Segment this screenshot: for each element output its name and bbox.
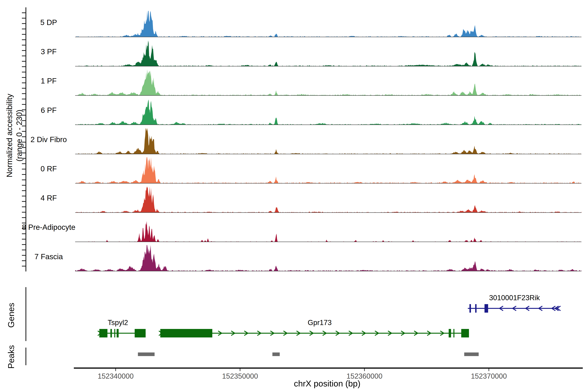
gene-exon: [116, 329, 118, 338]
gene-model: [98, 329, 146, 338]
gene-exon: [449, 329, 451, 338]
peak-region-bar: [138, 352, 154, 356]
track-signal-area: [75, 100, 582, 125]
track-signal-area: [75, 70, 582, 96]
track-baseline-line: [75, 37, 582, 37]
track-label: 4 RF: [19, 194, 78, 202]
track-signal-area: [75, 245, 582, 271]
x-axis-tick: [240, 369, 240, 371]
gene-exon: [454, 329, 454, 338]
track-baseline-line: [75, 66, 582, 66]
track-baseline-line: [75, 271, 582, 271]
gene-exon: [114, 329, 115, 338]
track-baseline-line: [75, 183, 582, 184]
gene-label: Gpr173: [279, 318, 360, 327]
gene-label: Tspyl2: [77, 318, 159, 327]
track-signal-area: [75, 40, 582, 66]
gene-exon: [135, 329, 146, 338]
x-axis-tick: [115, 369, 116, 371]
track-label: 6 PF: [19, 106, 78, 115]
track-baseline-line: [75, 242, 582, 242]
track-label: 0 RF: [19, 164, 78, 173]
genes-bracket-line: [26, 287, 26, 341]
x-axis-line: [74, 368, 583, 369]
tracks-plot-canvas: [0, 0, 588, 392]
gene-exon: [99, 329, 108, 338]
track-label: 2 Div Fibro: [19, 135, 78, 144]
gene-exon: [110, 329, 112, 338]
track-label: 8 Pre-Adipocyte: [19, 223, 78, 232]
track-label: 5 DP: [19, 18, 78, 27]
x-tick-label: 152340000: [90, 372, 142, 380]
gene-model: [468, 304, 560, 312]
gene-exon: [470, 304, 471, 312]
track-label: 1 PF: [19, 76, 78, 85]
peaks-bracket-line: [26, 348, 26, 365]
track-label: 3 PF: [19, 47, 78, 56]
x-tick-label: 152360000: [338, 372, 390, 380]
x-tick-label: 152350000: [214, 372, 266, 380]
track-signal-area: [75, 11, 582, 37]
gene-label: 3010001F23Rik: [474, 294, 555, 302]
peak-region-bar: [464, 352, 478, 356]
track-baseline-line: [75, 212, 582, 213]
track-baseline-line: [75, 154, 582, 154]
x-tick-label: 152370000: [463, 372, 515, 380]
track-baseline-line: [75, 124, 582, 125]
track-signal-area: [75, 157, 582, 184]
track-label: 7 Fascia: [19, 252, 78, 261]
peaks-section-label: Peaks: [6, 324, 16, 390]
track-signal-area: [75, 186, 582, 213]
track-signal-area: [75, 221, 582, 242]
gene-exon: [160, 329, 212, 338]
genome-browser-figure: Normalized accessibility (range 0 - 230)…: [0, 0, 588, 392]
gene-exon: [475, 304, 476, 312]
x-axis-tick: [488, 369, 489, 371]
x-axis-tick: [364, 369, 365, 371]
gene-model: [159, 329, 469, 338]
gene-exon: [484, 304, 488, 312]
track-baseline-line: [75, 95, 582, 96]
track-signal-area: [75, 128, 582, 154]
y-axis-title-line1: Normalized accessibility: [4, 5, 14, 266]
peak-region-bar: [272, 352, 280, 356]
gene-exon: [461, 329, 469, 338]
